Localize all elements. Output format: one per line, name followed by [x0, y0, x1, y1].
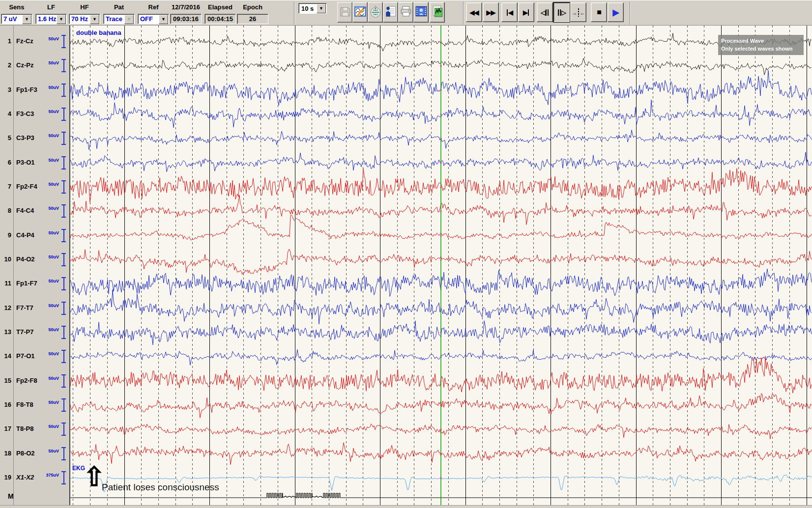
chevron-down-icon[interactable]: ▼: [317, 4, 326, 13]
channel-name: F7-T7: [16, 304, 33, 311]
hf-value: 70 Hz: [71, 15, 88, 23]
fast-forward-button[interactable]: ▶▶: [483, 2, 499, 22]
print-button[interactable]: [398, 2, 413, 23]
channel-scale-label: 50uV: [48, 109, 59, 114]
channel-row-Cz-Pz[interactable]: 2Cz-Pz50uV: [0, 60, 69, 71]
channel-scale-label: 50uV: [48, 158, 59, 163]
channel-number: 9: [0, 231, 11, 239]
channel-row-P7-O1[interactable]: 14P7-O150uV: [0, 351, 69, 362]
channel-row-P4-O2[interactable]: 10P4-O250uV: [0, 254, 69, 265]
step-forward-button[interactable]: ▷: [553, 2, 570, 22]
scale-bracket-icon: [61, 229, 66, 242]
channel-number: 14: [0, 352, 11, 360]
channel-name: C4-P4: [16, 231, 34, 239]
channel-row-C4-P4[interactable]: 9C4-P450uV: [0, 230, 69, 241]
overlay-line1: Processed Wave: [721, 37, 801, 45]
step-back-button[interactable]: ◁: [537, 2, 553, 22]
stop-icon: ■: [597, 8, 601, 17]
chevron-down-icon: ▼: [124, 15, 134, 24]
floppy-icon: [339, 5, 351, 20]
channel-name: C3-P3: [16, 134, 34, 141]
scale-bracket-icon: [61, 423, 66, 436]
sync-button[interactable]: →←: [570, 2, 586, 22]
channel-row-Fp1-F3[interactable]: 3Fp1-F350uV: [0, 85, 69, 96]
video-button[interactable]: [413, 2, 429, 23]
ref-combo[interactable]: OFF▼: [138, 14, 169, 24]
scale-bracket-icon: [61, 204, 66, 218]
go-to-end-button[interactable]: ▶: [518, 2, 534, 22]
channel-row-Fp1-F7[interactable]: 11Fp1-F750uV: [0, 279, 69, 289]
channel-name: F4-C4: [16, 207, 34, 214]
channel-row-Fp2-F4[interactable]: 7Fp2-F450uV: [0, 182, 69, 193]
hf-combo[interactable]: 70 Hz▼: [69, 14, 100, 24]
eeg-trace-canvas: [70, 26, 812, 508]
chevron-down-icon[interactable]: ▼: [22, 15, 31, 24]
chevron-down-icon[interactable]: ▼: [159, 15, 168, 24]
page-duration-combo[interactable]: 10 s ▼: [298, 3, 327, 14]
channel-row-F7-T7[interactable]: 12F7-T750uV: [0, 303, 69, 314]
channel-row-X1-X2[interactable]: 19X1-X2375uV: [0, 473, 69, 483]
channel-scale-label: 50uV: [48, 351, 59, 356]
overlay-line2: Only selected waves shown: [721, 45, 801, 53]
channel-name: F3-C3: [16, 110, 34, 117]
channel-row-P3-O1[interactable]: 6P3-O150uV: [0, 158, 69, 169]
channel-name: T8-P8: [16, 425, 33, 432]
scale-bracket-icon: [61, 398, 66, 412]
printer-icon: [400, 5, 412, 20]
channel-row-P8-O2[interactable]: 18P8-O250uV: [0, 449, 69, 459]
bottom-edge: [0, 505, 812, 508]
save-button: [337, 2, 352, 23]
scale-bracket-icon: [61, 156, 66, 169]
scale-bracket-icon: [61, 132, 66, 145]
scale-bracket-icon: [61, 84, 66, 97]
pat-value: Trace: [106, 15, 122, 23]
channel-scale-label: 50uV: [48, 182, 59, 187]
channel-row-F8-T8[interactable]: 16F8-T850uV: [0, 400, 69, 411]
channel-number: 19: [0, 474, 11, 481]
filmstrip-icon: [415, 5, 428, 20]
lf-combo[interactable]: 1.6 Hz▼: [35, 14, 67, 24]
channel-scale-label: 50uV: [48, 254, 59, 259]
channel-number: 17: [0, 425, 11, 432]
field-epoch: Epoch26: [237, 0, 268, 26]
play-button[interactable]: ▶: [608, 2, 624, 22]
sens-value: 7 uV: [3, 15, 17, 23]
scale-bracket-icon: [61, 447, 66, 460]
lf-value: 1.6 Hz: [38, 15, 57, 23]
sync-icon: →←: [572, 8, 585, 17]
go-to-start-button[interactable]: ◀: [501, 2, 518, 22]
stop-button[interactable]: ■: [591, 2, 607, 22]
channel-row-C3-P3[interactable]: 5C3-P350uV: [0, 133, 69, 144]
channel-row-T7-P7[interactable]: 13T7-P750uV: [0, 327, 69, 338]
channel-row-F4-C4[interactable]: 8F4-C450uV: [0, 206, 69, 217]
channel-number: 2: [0, 61, 11, 69]
channel-row-F3-C3[interactable]: 4F3-C350uV: [0, 109, 69, 120]
montage-label: double banana: [76, 29, 121, 36]
scale-bracket-icon: [61, 35, 66, 48]
sens-combo[interactable]: 7 uV▼: [1, 14, 32, 24]
channel-scale-label: 50uV: [48, 85, 59, 90]
processed-wave-button[interactable]: [430, 2, 445, 23]
electrode-map-button[interactable]: [368, 2, 383, 23]
processed-wave-overlay: Processed Wave Only selected waves shown: [718, 35, 804, 55]
page-duration-value: 10 s: [301, 5, 314, 12]
channel-row-T8-P8[interactable]: 17T8-P850uV: [0, 424, 69, 435]
channel-scale-label: 50uV: [48, 36, 59, 41]
wave-settings-button[interactable]: [352, 2, 368, 23]
channel-number: 1: [0, 37, 11, 45]
sidebar-divider: [13, 26, 14, 508]
channel-name: P7-O1: [16, 352, 35, 360]
channel-row-Fz-Cz[interactable]: 1Fz-Cz50uV: [0, 36, 69, 47]
patient-info-button[interactable]: [383, 2, 398, 23]
chevron-down-icon[interactable]: ▼: [90, 15, 99, 24]
pat-combo[interactable]: Trace▼: [103, 14, 135, 24]
chevron-down-icon[interactable]: ▼: [57, 15, 66, 24]
channel-number: 11: [0, 280, 11, 287]
channel-scale-label: 375uV: [46, 473, 59, 478]
channel-number: 4: [0, 110, 11, 117]
channel-name: Cz-Pz: [16, 61, 33, 69]
channel-number: 5: [0, 134, 11, 141]
channel-row-Fp2-F8[interactable]: 15Fp2-F850uV: [0, 376, 69, 387]
channel-scale-label: 50uV: [48, 279, 59, 283]
rewind-button[interactable]: ◀◀: [466, 2, 482, 22]
